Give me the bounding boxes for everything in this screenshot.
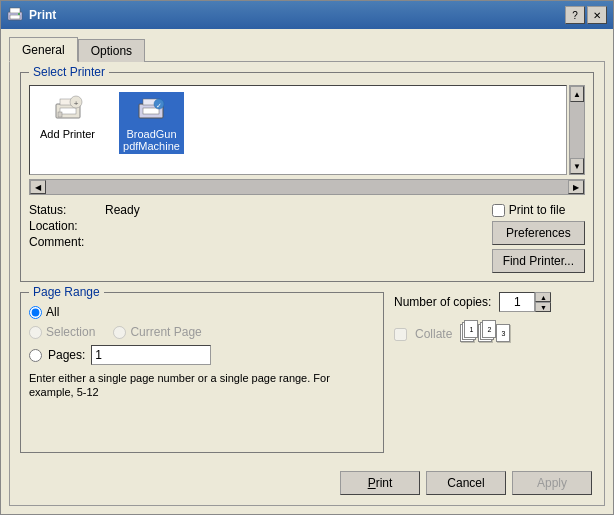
- printer-info-left: Status: Ready Location: Comment:: [29, 203, 484, 249]
- pages-input[interactable]: [91, 345, 211, 365]
- status-value: Ready: [105, 203, 140, 217]
- selection-row: Selection Current Page: [29, 325, 375, 339]
- printer-item-broadgun[interactable]: ✓ BroadGunpdfMachine: [119, 92, 184, 154]
- printer-list-scrollbar[interactable]: ▲ ▼: [569, 85, 585, 175]
- copies-label: Number of copies:: [394, 295, 491, 309]
- status-label: Status:: [29, 203, 99, 217]
- close-button[interactable]: ✕: [587, 6, 607, 24]
- pages-label: Pages:: [48, 348, 85, 362]
- copies-input[interactable]: [499, 292, 535, 312]
- scroll-up-btn[interactable]: ▲: [570, 86, 584, 102]
- current-page-radio[interactable]: [113, 326, 126, 339]
- collate-label: Collate: [415, 327, 452, 341]
- scroll-track: [570, 102, 584, 158]
- copies-area: Number of copies: ▲ ▼ Collate: [394, 292, 594, 453]
- window-body: General Options Select Printer: [1, 29, 613, 514]
- title-bar: Print ? ✕: [1, 1, 613, 29]
- svg-rect-1: [10, 15, 20, 19]
- find-printer-button[interactable]: Find Printer...: [492, 249, 585, 273]
- scroll-down-btn[interactable]: ▼: [570, 158, 584, 174]
- printer-item-add[interactable]: + Add Printer: [36, 92, 99, 142]
- svg-rect-11: [143, 108, 159, 114]
- h-scrollbar[interactable]: ◀ ▶: [29, 179, 585, 195]
- location-label: Location:: [29, 219, 99, 233]
- all-radio-row: All: [29, 305, 375, 319]
- broadgun-printer-icon: ✓: [135, 94, 167, 126]
- tab-bar: General Options: [9, 37, 605, 62]
- print-title-icon: [7, 7, 23, 23]
- comment-label: Comment:: [29, 235, 99, 249]
- comment-row: Comment:: [29, 235, 484, 249]
- svg-point-3: [18, 13, 20, 15]
- status-row: Status: Ready: [29, 203, 484, 217]
- scroll-right-btn[interactable]: ▶: [568, 180, 584, 194]
- tab-general[interactable]: General: [9, 37, 78, 62]
- page-range-legend: Page Range: [29, 285, 104, 299]
- select-printer-legend: Select Printer: [29, 65, 109, 79]
- h-scrollbar-container: ◀ ▶: [29, 179, 585, 195]
- all-radio[interactable]: [29, 306, 42, 319]
- window-title: Print: [29, 8, 559, 22]
- spinner-buttons: ▲ ▼: [535, 292, 551, 312]
- main-panel: Select Printer: [9, 61, 605, 506]
- print-to-file-label: Print to file: [509, 203, 566, 217]
- collate-row: Collate 1 1 1 2 2 2: [394, 320, 594, 348]
- svg-text:+: +: [73, 99, 78, 108]
- select-printer-group: Select Printer: [20, 72, 594, 282]
- copies-decrement[interactable]: ▼: [535, 302, 551, 312]
- print-dialog: Print ? ✕ General Options Select Printer: [0, 0, 614, 515]
- add-printer-label: Add Printer: [40, 128, 95, 140]
- h-scroll-track: [46, 180, 568, 194]
- svg-rect-5: [60, 108, 76, 114]
- broadgun-label: BroadGunpdfMachine: [123, 128, 180, 152]
- svg-rect-2: [10, 8, 20, 13]
- page-range-group: Page Range All Selection Current Page: [20, 292, 384, 453]
- tab-options[interactable]: Options: [78, 39, 145, 62]
- selection-label: Selection: [46, 325, 95, 339]
- printer-list[interactable]: + Add Printer: [29, 85, 567, 175]
- pages-radio[interactable]: [29, 349, 42, 362]
- copies-row: Number of copies: ▲ ▼: [394, 292, 594, 312]
- svg-rect-7: [58, 112, 62, 117]
- scroll-left-btn[interactable]: ◀: [30, 180, 46, 194]
- preferences-button[interactable]: Preferences: [492, 221, 585, 245]
- printer-list-container: + Add Printer: [29, 85, 585, 175]
- help-button[interactable]: ?: [565, 6, 585, 24]
- print-to-file-row: Print to file: [492, 203, 585, 217]
- copies-spinner: ▲ ▼: [499, 292, 551, 312]
- collate-checkbox[interactable]: [394, 328, 407, 341]
- page-range-content: All Selection Current Page Pages:: [29, 305, 375, 400]
- printer-info-right: Print to file Preferences Find Printer..…: [492, 203, 585, 273]
- pages-hint: Enter either a single page number or a s…: [29, 371, 375, 400]
- pages-row: Pages:: [29, 345, 375, 365]
- apply-button[interactable]: Apply: [512, 471, 592, 495]
- print-to-file-checkbox[interactable]: [492, 204, 505, 217]
- printer-info: Status: Ready Location: Comment:: [29, 203, 585, 273]
- add-printer-icon: +: [52, 94, 84, 126]
- print-button[interactable]: Print: [340, 471, 420, 495]
- current-page-label: Current Page: [130, 325, 201, 339]
- collate-icon: 1 1 1 2 2 2 3: [460, 320, 504, 348]
- print-label: Print: [368, 476, 393, 490]
- bottom-area: Page Range All Selection Current Page: [20, 292, 594, 453]
- copies-increment[interactable]: ▲: [535, 292, 551, 302]
- printer-area: + Add Printer: [29, 85, 585, 273]
- selection-radio[interactable]: [29, 326, 42, 339]
- location-row: Location:: [29, 219, 484, 233]
- all-label: All: [46, 305, 59, 319]
- svg-text:✓: ✓: [156, 102, 162, 109]
- cancel-button[interactable]: Cancel: [426, 471, 506, 495]
- bottom-buttons: Print Cancel Apply: [20, 463, 594, 495]
